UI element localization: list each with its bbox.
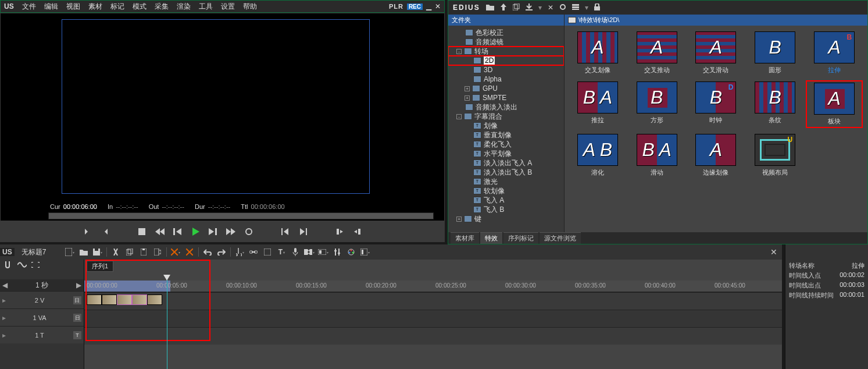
- redo-button[interactable]: [216, 247, 227, 257]
- mixer-button[interactable]: [332, 247, 342, 257]
- menu-help[interactable]: 帮助: [243, 2, 257, 12]
- save-button[interactable]: ▾: [92, 247, 103, 257]
- tree-node[interactable]: 色彩校正: [448, 28, 564, 37]
- layout-button[interactable]: ▾: [360, 247, 370, 257]
- render-button[interactable]: ▾: [318, 247, 328, 257]
- menu-mode[interactable]: 模式: [133, 2, 147, 12]
- step-forward-button[interactable]: [207, 226, 219, 237]
- close-button[interactable]: ✕: [435, 2, 441, 10]
- tab-markers[interactable]: 序列标记: [503, 232, 538, 244]
- sequence-tab[interactable]: 序列1: [87, 261, 113, 272]
- tree-node[interactable]: 2D: [448, 56, 564, 65]
- expand-icon[interactable]: +: [456, 217, 462, 222]
- effect-item[interactable]: B A推拉: [569, 80, 626, 128]
- link-button[interactable]: [248, 247, 259, 257]
- tree-node[interactable]: T垂直划像: [448, 130, 564, 140]
- set-out-button[interactable]: [351, 226, 363, 237]
- scale-prev-button[interactable]: ◀: [2, 281, 8, 289]
- delete-icon[interactable]: ✕: [548, 3, 553, 12]
- effect-item[interactable]: B A滑动: [628, 133, 685, 178]
- tree-node[interactable]: T水平划像: [448, 149, 564, 158]
- menu-view[interactable]: 视图: [66, 2, 80, 12]
- effects-tree[interactable]: 色彩校正音频滤镜-转场2D3DAlpha+GPU+SMPTE音频淡入淡出-字幕混…: [448, 26, 564, 232]
- snap-icon[interactable]: [5, 261, 13, 270]
- menu-edit[interactable]: 编辑: [44, 2, 58, 12]
- effect-item[interactable]: A交叉滑动: [688, 30, 745, 76]
- play-button[interactable]: [189, 226, 201, 237]
- timeline-close-button[interactable]: ✕: [770, 247, 777, 257]
- next-edit-button[interactable]: [297, 226, 309, 237]
- effect-item[interactable]: B圆形: [746, 30, 803, 76]
- menu-tools[interactable]: 工具: [199, 2, 213, 12]
- clip[interactable]: [147, 295, 162, 305]
- tree-node[interactable]: -转场: [448, 47, 564, 56]
- effect-item[interactable]: A板块: [806, 80, 863, 128]
- effect-item[interactable]: A交叉推动: [628, 30, 685, 76]
- track-header[interactable]: ▸2 V日: [0, 291, 84, 308]
- fast-forward-button[interactable]: [225, 226, 237, 237]
- group-button[interactable]: [262, 247, 273, 257]
- scale-control[interactable]: ◀ 1 秒 ▶: [0, 279, 84, 291]
- clip[interactable]: [102, 295, 117, 305]
- tab-bin[interactable]: 素材库: [451, 232, 479, 244]
- preview-canvas[interactable]: [62, 19, 370, 194]
- menu-clip[interactable]: 素材: [88, 2, 102, 12]
- stop-button[interactable]: [136, 226, 148, 237]
- ripple-icon[interactable]: [17, 261, 27, 269]
- open-button[interactable]: [78, 247, 89, 257]
- cut-button[interactable]: [110, 247, 121, 257]
- tree-node[interactable]: T飞入 A: [448, 196, 564, 205]
- tree-node[interactable]: +SMPTE: [448, 93, 564, 102]
- effect-item[interactable]: U视频布局: [746, 133, 803, 178]
- undo-button[interactable]: [202, 247, 213, 257]
- effect-item[interactable]: BD时钟: [688, 80, 745, 128]
- up-icon[interactable]: [500, 3, 507, 12]
- effect-item[interactable]: A B溶化: [569, 133, 626, 178]
- lock-icon[interactable]: [594, 3, 600, 12]
- tab-effects[interactable]: 特效: [480, 232, 502, 244]
- effect-item[interactable]: A边缘划像: [688, 133, 745, 178]
- track-header[interactable]: ▸1 TT: [0, 326, 84, 343]
- tree-node[interactable]: T飞入 B: [448, 205, 564, 214]
- view-icon[interactable]: [572, 3, 579, 12]
- playhead[interactable]: [167, 278, 167, 369]
- copy-button[interactable]: [124, 247, 135, 257]
- tree-node[interactable]: T软划像: [448, 186, 564, 196]
- menu-settings[interactable]: 设置: [221, 2, 235, 12]
- sync-icon[interactable]: [31, 261, 40, 269]
- rewind-button[interactable]: [153, 226, 166, 237]
- tab-source[interactable]: 源文件浏览: [540, 232, 581, 244]
- tree-node[interactable]: T淡入淡出飞入 A: [448, 158, 564, 168]
- mark-out-button[interactable]: [99, 226, 112, 237]
- expand-icon[interactable]: ▸: [2, 296, 6, 304]
- tree-node[interactable]: T淡入淡出飞入 B: [448, 168, 564, 177]
- effect-item[interactable]: B条纹: [746, 80, 803, 128]
- track-header[interactable]: ▸1 VA日: [0, 308, 84, 326]
- menu-capture[interactable]: 采集: [155, 2, 169, 12]
- tree-node[interactable]: +键: [448, 214, 564, 223]
- tree-node[interactable]: T柔化飞入: [448, 140, 564, 149]
- step-back-button[interactable]: [172, 226, 184, 237]
- voiceover-button[interactable]: [290, 247, 301, 257]
- prev-edit-button[interactable]: [279, 226, 291, 237]
- clip[interactable]: [117, 295, 132, 305]
- effects-grid[interactable]: A交叉划像A交叉推动A交叉滑动B圆形AB拉伸B A推拉B方形BD时钟B条纹A板块…: [565, 26, 867, 232]
- set-in-button[interactable]: [334, 226, 346, 237]
- track-row[interactable]: [84, 327, 782, 345]
- tree-node[interactable]: T划像: [448, 121, 564, 130]
- expand-icon[interactable]: +: [465, 95, 470, 101]
- minimize-button[interactable]: ▁: [426, 2, 431, 10]
- settings-icon[interactable]: [559, 3, 566, 12]
- copy-icon[interactable]: [513, 3, 520, 12]
- scrub-bar[interactable]: [48, 212, 434, 219]
- timeline-canvas[interactable]: 序列1 00:00:00:0000:00:05:0000:00:10:0000:…: [84, 260, 782, 369]
- menu-marker[interactable]: 标记: [110, 2, 124, 12]
- expand-icon[interactable]: -: [456, 49, 462, 54]
- expand-icon[interactable]: -: [456, 114, 462, 119]
- scale-next-button[interactable]: ▶: [76, 281, 81, 289]
- track-row[interactable]: [84, 292, 782, 310]
- tree-node[interactable]: T激光: [448, 177, 564, 186]
- tree-node[interactable]: Alpha: [448, 74, 564, 84]
- clip[interactable]: [132, 295, 147, 305]
- expand-icon[interactable]: +: [465, 86, 470, 91]
